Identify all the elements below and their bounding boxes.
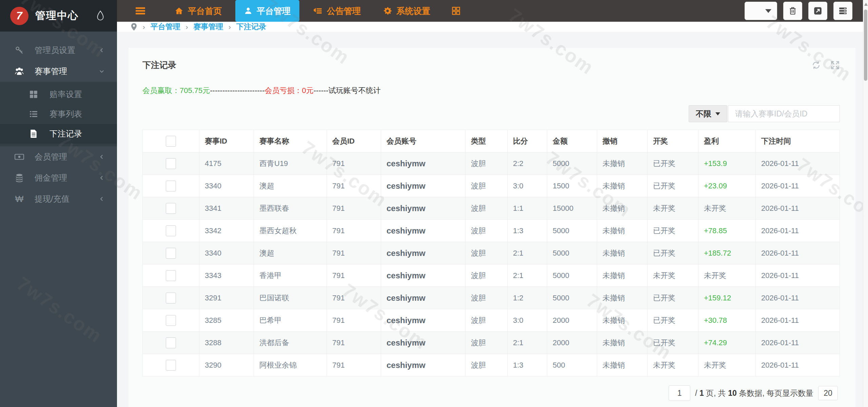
cell-type: 波胆 — [466, 175, 508, 197]
refresh-icon[interactable] — [811, 60, 821, 70]
search-input[interactable] — [728, 105, 840, 122]
nav-tab-announcement-management[interactable]: 公告管理 — [304, 0, 370, 22]
external-link-button[interactable] — [808, 2, 827, 20]
chevron-left-icon — [99, 154, 105, 160]
droplet-icon — [95, 10, 105, 22]
cell-time: 2026-01-11 — [756, 287, 840, 309]
chevron-left-icon — [99, 47, 105, 53]
breadcrumb-link[interactable]: 下注记录 — [236, 22, 266, 32]
col-header: 赛事ID — [199, 130, 254, 152]
row-checkbox[interactable] — [166, 225, 176, 236]
cell-score: 1:3 — [508, 220, 547, 242]
cell-score: 2:2 — [508, 152, 547, 175]
col-header: 类型 — [466, 130, 508, 152]
row-checkbox[interactable] — [166, 158, 176, 169]
sidebar-item-bet-records[interactable]: 下注记录 — [0, 124, 117, 144]
cell-draw: 已开奖 — [648, 152, 698, 175]
hamburger-icon[interactable] — [135, 6, 146, 16]
table-row: 3288 洪都后备 791 ceshiymw 波胆 2:1 2000 未撤销 已… — [143, 332, 840, 354]
cell-account: ceshiymw — [381, 220, 466, 242]
apps-grid-icon[interactable] — [451, 6, 461, 16]
nav-tab-platform-management[interactable]: 平台管理 — [235, 0, 299, 22]
win-label: 会员赢取： — [142, 86, 180, 95]
cell-member-id: 791 — [327, 197, 381, 220]
row-checkbox[interactable] — [166, 270, 176, 281]
cell-account: ceshiymw — [381, 354, 466, 376]
chevron-down-icon — [99, 68, 105, 74]
row-checkbox[interactable] — [166, 181, 176, 191]
sidebar-item-match-list[interactable]: 赛事列表 — [0, 104, 117, 124]
server-list-button[interactable] — [833, 2, 852, 20]
bet-records-card: 下注记录 会员赢取：705.75元----------------------会… — [129, 48, 855, 407]
cell-type: 波胆 — [466, 242, 508, 264]
cell-match-id: 3340 — [199, 175, 254, 197]
nav-tab-system-settings[interactable]: 系统设置 — [374, 0, 439, 22]
cell-time: 2026-01-11 — [756, 242, 840, 264]
bet-records-table: 赛事ID 赛事名称 会员ID 会员账号 类型 比分 金额 撤销 开奖 盈利 下注… — [142, 130, 840, 376]
pagination: / 1 页, 共 10 条数据, 每页显示数量 — [142, 376, 840, 407]
cell-amount: 15000 — [547, 197, 597, 220]
sidebar-item-label: 佣金管理 — [35, 172, 67, 183]
row-checkbox[interactable] — [166, 293, 176, 303]
pagination-label: 页, 共 — [706, 389, 726, 397]
nav-tab-platform-home[interactable]: 平台首页 — [166, 0, 231, 22]
cell-match-name: 西青U19 — [254, 152, 327, 175]
table-row: 3343 香港甲 791 ceshiymw 波胆 2:1 5000 未撤销 未开… — [143, 264, 840, 287]
page-title: 下注记录 — [142, 59, 176, 71]
breadcrumb-link[interactable]: 平台管理 — [151, 22, 180, 32]
cell-account: ceshiymw — [381, 175, 466, 197]
table-row: 3340 澳超 791 ceshiymw 波胆 2:1 5000 未撤销 已开奖… — [143, 242, 840, 264]
cell-account: ceshiymw — [381, 287, 466, 309]
cell-time: 2026-01-11 — [756, 354, 840, 376]
row-checkbox[interactable] — [166, 315, 176, 326]
scrollbar-thumb[interactable] — [864, 10, 867, 81]
pagination-total-items: 10 — [728, 389, 737, 397]
cell-member-id: 791 — [327, 242, 381, 264]
cell-amount: 2000 — [547, 332, 597, 354]
grid-icon — [28, 90, 39, 99]
sidebar-item-admin-settings[interactable]: 管理员设置 — [0, 40, 117, 61]
breadcrumb-separator: › — [229, 23, 231, 31]
col-header: 开奖 — [648, 130, 698, 152]
sidebar-item-match-management[interactable]: 赛事管理 — [0, 61, 117, 82]
page-number-input[interactable] — [669, 385, 690, 401]
user-dropdown-button[interactable] — [745, 2, 777, 20]
row-checkbox[interactable] — [166, 203, 176, 214]
sidebar-item-label: 下注记录 — [50, 128, 82, 139]
sidebar-item-withdraw-deposit[interactable]: ₩ 提现/充值 — [0, 188, 117, 209]
cell-amount: 5000 — [547, 242, 597, 264]
cell-match-name: 巴国诺联 — [254, 287, 327, 309]
row-checkbox[interactable] — [166, 360, 176, 371]
type-filter-dropdown[interactable]: 不限 — [689, 105, 727, 122]
cell-member-id: 791 — [327, 354, 381, 376]
trash-button[interactable] — [783, 2, 802, 20]
nav-tab-label: 系统设置 — [396, 5, 430, 17]
scrollbar-up-arrow[interactable] — [864, 3, 868, 6]
cell-match-name: 澳超 — [254, 242, 327, 264]
cell-match-id: 3290 — [199, 354, 254, 376]
cell-draw: 已开奖 — [648, 220, 698, 242]
cell-amount: 2000 — [547, 309, 597, 332]
table-row: 3341 墨西联春 791 ceshiymw 波胆 1:1 15000 未撤销 … — [143, 197, 840, 220]
cell-type: 波胆 — [466, 309, 508, 332]
sidebar-item-commission-management[interactable]: 佣金管理 — [0, 167, 117, 188]
per-page-input[interactable] — [818, 386, 838, 400]
user-icon — [244, 6, 252, 15]
sidebar-item-member-management[interactable]: 会员管理 — [0, 146, 117, 167]
breadcrumb-separator: › — [186, 23, 188, 31]
cell-time: 2026-01-11 — [756, 175, 840, 197]
cell-cancel: 未撤销 — [597, 242, 648, 264]
list-icon — [28, 110, 39, 118]
sidebar-item-odds-settings[interactable]: 赔率设置 — [0, 85, 117, 104]
cell-score: 3:0 — [508, 175, 547, 197]
breadcrumb-link[interactable]: 赛事管理 — [193, 22, 223, 32]
cell-profit: +23.09 — [698, 175, 756, 197]
cell-draw: 已开奖 — [648, 175, 698, 197]
row-checkbox[interactable] — [166, 248, 176, 259]
select-all-checkbox[interactable] — [166, 136, 176, 147]
row-checkbox[interactable] — [166, 337, 176, 348]
expand-icon[interactable] — [830, 60, 840, 70]
cell-account: ceshiymw — [381, 332, 466, 354]
location-pin-icon — [131, 23, 137, 31]
vertical-scrollbar[interactable] — [863, 0, 868, 407]
